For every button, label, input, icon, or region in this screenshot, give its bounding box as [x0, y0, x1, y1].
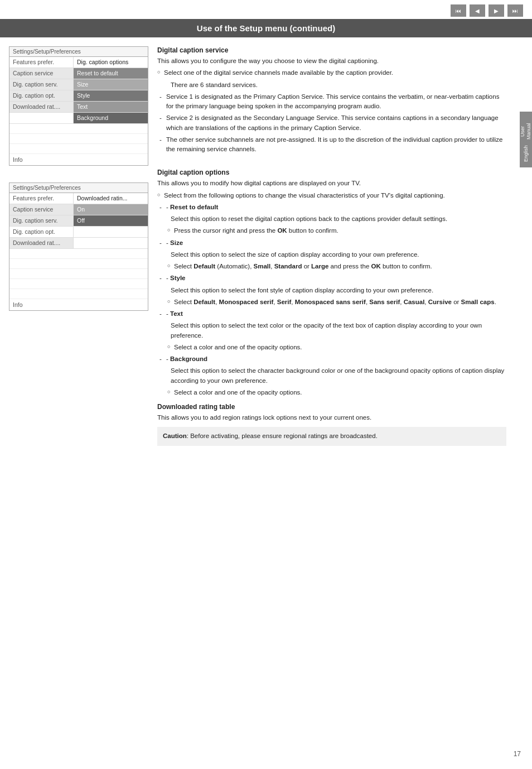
menu2-empty3	[9, 269, 148, 279]
menu2-empty5	[9, 289, 148, 299]
menu2-label2: Caption service	[9, 204, 74, 215]
section1-para1: This allows you to configure the way you…	[157, 56, 506, 66]
section3-title: Downloaded rating table	[157, 403, 506, 411]
menu1-label6	[9, 113, 74, 123]
nav-first-button[interactable]: ⏮	[451, 4, 466, 17]
menu2-row2[interactable]: Caption service On	[9, 204, 148, 215]
page-title: Use of the Setup menu (continued)	[0, 19, 532, 37]
menu2-label4: Dig. caption opt.	[9, 227, 74, 237]
menu1-label2: Caption service	[9, 68, 74, 79]
main-content: Settings/Setup/Preferences Features pref…	[0, 46, 532, 451]
section1-title: Digital caption service	[157, 46, 506, 54]
nav-prev-button[interactable]: ◀	[470, 4, 485, 17]
menu1-value3: Size	[74, 79, 148, 90]
menu1-value2: Reset to default	[74, 68, 148, 79]
menu2-label1: Features prefer.	[9, 193, 74, 204]
section2-size2: Select Default (Automatic), Small, Stand…	[157, 262, 506, 271]
menu2-empty2	[9, 259, 148, 269]
menu2-row4[interactable]: Dig. caption opt.	[9, 227, 148, 238]
menu1-info: Info	[9, 154, 148, 165]
menu1-row6[interactable]: Background	[9, 113, 148, 124]
menu2-info: Info	[9, 299, 148, 310]
section2-size-title: - Size	[157, 238, 506, 248]
menu1-empty2	[9, 134, 148, 144]
section1-line1: There are 6 standard services.	[157, 80, 506, 90]
nav-last-button[interactable]: ⏭	[507, 4, 523, 17]
section1-dash2: Service 2 is designated as the Secondary…	[157, 113, 506, 133]
menu1-label3: Dig. caption serv.	[9, 79, 74, 90]
menu1-row2[interactable]: Caption service Reset to default	[9, 68, 148, 79]
menu-downloaded-rating: Settings/Setup/Preferences Features pref…	[9, 182, 148, 311]
menu2-value4	[74, 227, 148, 237]
menu2-label3: Dig. caption serv.	[9, 215, 74, 226]
side-tab: English User Manual	[520, 112, 532, 167]
section3-body: This allows you to add region ratings lo…	[157, 413, 506, 446]
menu2-value2: On	[74, 204, 148, 215]
nav-next-button[interactable]: ▶	[489, 4, 504, 17]
section2-style1: Select this option to select the font st…	[157, 286, 506, 295]
menu1-value6: Background	[74, 113, 148, 123]
menu1-row4[interactable]: Dig. caption opt. Style	[9, 90, 148, 102]
section1-dash1: Service 1 is designated as the Primary C…	[157, 92, 506, 112]
menu1-value4: Style	[74, 90, 148, 101]
menu1-row5[interactable]: Downloaded rat.... Text	[9, 102, 148, 113]
section2-style2: Select Default, Monospaced serif, Serif,…	[157, 297, 506, 307]
section2-title: Digital caption options	[157, 169, 506, 176]
caution-text: Caution: Before activating, please ensur…	[163, 432, 378, 439]
section1-body: This allows you to configure the way you…	[157, 56, 506, 154]
section2-text-title: - Text	[157, 309, 506, 319]
menu1-row1[interactable]: Features prefer. Dig. caption options	[9, 57, 148, 68]
page-number: 17	[514, 750, 521, 758]
section1-bullet1: Select one of the digital service channe…	[157, 68, 506, 78]
menu1-header: Settings/Setup/Preferences	[9, 47, 148, 57]
right-column: Digital caption service This allows you …	[157, 46, 523, 451]
menu2-row3[interactable]: Dig. caption serv. Off	[9, 215, 148, 227]
menu1-value1: Dig. caption options	[74, 57, 148, 68]
section2-text1: Select this option to select the text co…	[157, 321, 506, 340]
section2-reset1: Select this option to reset the digital …	[157, 214, 506, 224]
menu1-label1: Features prefer.	[9, 57, 74, 68]
section2-size1: Select this option to select the size of…	[157, 250, 506, 259]
section2-bg-title: - Background	[157, 354, 506, 364]
menu2-header: Settings/Setup/Preferences	[9, 183, 148, 193]
nav-bar: ⏮ ◀ ▶ ⏭	[0, 0, 532, 19]
menu1-row3[interactable]: Dig. caption serv. Size	[9, 79, 148, 90]
menu2-empty1	[9, 249, 148, 259]
section1-dash3: The other service subchannels are not pr…	[157, 135, 506, 155]
menu2-empty4	[9, 279, 148, 289]
section2-bg2: Select a color and one of the opacity op…	[157, 388, 506, 397]
menu1-empty1	[9, 124, 148, 134]
menu2-label5: Downloaded rat....	[9, 238, 74, 248]
menu1-empty3	[9, 144, 148, 154]
section2-text2: Select a color and one of the opacity op…	[157, 343, 506, 352]
section2-bullet1: Select from the following options to cha…	[157, 191, 506, 200]
section2-body: This allows you to modify how digital ca…	[157, 179, 506, 397]
menu1-label5: Downloaded rat....	[9, 102, 74, 112]
menu2-value3: Off	[74, 215, 148, 226]
menu1-value5: Text	[74, 102, 148, 112]
caution-box: Caution: Before activating, please ensur…	[157, 427, 506, 445]
menu2-value5	[74, 238, 148, 248]
menu-caption-options: Settings/Setup/Preferences Features pref…	[9, 46, 148, 166]
section2-para1: This allows you to modify how digital ca…	[157, 179, 506, 188]
menu2-row5[interactable]: Downloaded rat....	[9, 238, 148, 249]
menu1-label4: Dig. caption opt.	[9, 90, 74, 101]
section2-reset-title: - Reset to default	[157, 203, 506, 212]
section2-bg1: Select this option to select the charact…	[157, 366, 506, 386]
menu2-row1[interactable]: Features prefer. Downloaded ratin...	[9, 193, 148, 204]
section2-style-title: - Style	[157, 273, 506, 283]
menu2-value1: Downloaded ratin...	[74, 193, 148, 204]
section3-para1: This allows you to add region ratings lo…	[157, 413, 506, 422]
left-column: Settings/Setup/Preferences Features pref…	[9, 46, 148, 451]
section2-reset2: Press the cursor right and press the OK …	[157, 226, 506, 235]
